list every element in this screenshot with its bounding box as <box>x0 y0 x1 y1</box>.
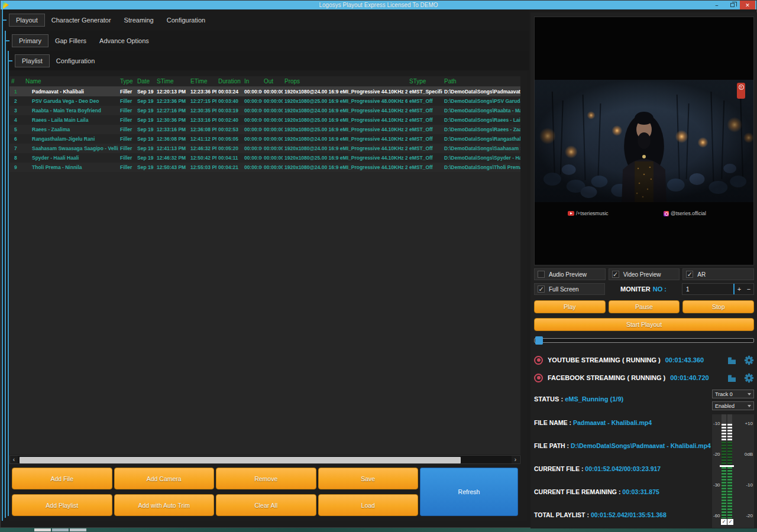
decrement-button[interactable]: − <box>744 286 753 293</box>
playlist-row[interactable]: 9 Tholi Prema - Ninnila Filler Sep 19 12… <box>9 163 520 172</box>
playlist-row[interactable]: 5 Raees - Zaalima Filler Sep 19 12:33:16… <box>9 125 520 134</box>
playlist-row[interactable]: 7 Saahasam Swaasaga Saagipo - Vellipomaa… <box>9 144 520 153</box>
track-select[interactable]: Track 0 <box>712 390 754 398</box>
column-header[interactable]: ETime <box>189 76 216 86</box>
minimize-button[interactable]: – <box>709 1 724 9</box>
checkbox-icon[interactable]: ✓ <box>612 271 619 278</box>
row-stype: eMST_Off <box>407 125 442 134</box>
playlist-rows: 1 Padmaavat - Khalibali Filler Sep 19 12… <box>9 87 520 172</box>
column-header[interactable]: Date <box>135 76 155 86</box>
audio-preview-checkbox[interactable]: ✓ Audio Preview <box>534 268 606 280</box>
play-button[interactable]: Play <box>534 300 606 313</box>
playlist-row[interactable]: 3 Raabta - Main Tera Boyfriend Filler Se… <box>9 106 520 115</box>
add-playlist-button[interactable]: Add Playlist <box>12 494 112 516</box>
facebook-stream-label: FACEBOOK STREAMING ( RUNNING ) <box>548 374 665 381</box>
column-header[interactable]: # <box>9 76 24 86</box>
monitor-number-stepper[interactable]: 1 + − <box>682 283 754 295</box>
add-with-auto-trim-button[interactable]: Add with Auto Trim <box>114 494 215 516</box>
facebook-stream-time: 00:01:40.720 <box>670 374 709 381</box>
row-date: Sep 19 <box>135 87 155 96</box>
channel-right-checkbox[interactable]: ✓ <box>727 519 733 525</box>
add-camera-button[interactable]: Add Camera <box>114 468 215 489</box>
row-number: 3 <box>9 106 24 115</box>
seek-slider[interactable] <box>534 336 754 345</box>
scrollbar-thumb[interactable] <box>20 457 461 463</box>
current-file-value: 00:01:52.042/00:03:23.917 <box>585 465 661 472</box>
column-header[interactable]: STime <box>155 76 189 86</box>
row-path: D:\DemoData\Songs\Raees - Laila Ma <box>442 115 520 125</box>
seek-handle[interactable] <box>535 336 543 345</box>
folder-icon[interactable] <box>727 374 736 382</box>
seek-track[interactable] <box>534 338 754 343</box>
increment-button[interactable]: + <box>735 286 744 293</box>
chevron-down-icon <box>748 393 751 395</box>
row-duration: 00:02:53 <box>216 125 242 134</box>
row-in: 00:00:00 <box>242 144 262 153</box>
playlist-row[interactable]: 2 PSV Garuda Vega - Deo Deo Filler Sep 1… <box>9 96 520 106</box>
column-header[interactable]: Name <box>24 76 118 86</box>
load-button[interactable]: Load <box>318 494 419 516</box>
vu-scale-label: -10 <box>713 421 720 426</box>
title-bar[interactable]: Logosys Playout Express Licensed To DEMO… <box>1 1 756 9</box>
background-window-fragment <box>52 528 69 531</box>
tab-advance-options[interactable]: Advance Options <box>93 35 156 47</box>
tab-connector <box>6 40 9 41</box>
tab-character-generator[interactable]: Character Generator <box>45 14 118 26</box>
row-duration: 00:03:40 <box>216 96 242 106</box>
playlist-row[interactable]: 8 Spyder - Haali Haali Filler Sep 19 12:… <box>9 153 520 163</box>
column-header[interactable]: Type <box>118 76 135 86</box>
row-type: Filler <box>118 115 135 125</box>
row-stime: 12:33:16 PM <box>155 125 189 134</box>
checkbox-icon[interactable]: ✓ <box>538 286 545 293</box>
clear-all-button[interactable]: Clear All <box>216 494 316 516</box>
remove-button[interactable]: Remove <box>216 468 316 489</box>
folder-icon[interactable] <box>727 356 736 364</box>
start-playout-button[interactable]: Start Playout <box>534 318 754 331</box>
playlist-row[interactable]: 4 Raees - Laila Main Laila Filler Sep 19… <box>9 115 520 125</box>
tab-configuration[interactable]: Configuration <box>160 14 212 26</box>
column-header[interactable]: Path <box>442 76 520 86</box>
enabled-select[interactable]: Enabled <box>712 401 754 410</box>
youtube-stream-label: YOUTUBE STREAMING ( RUNNING ) <box>548 356 661 364</box>
row-duration: 00:02:40 <box>216 115 242 125</box>
row-out: 00:00:00 <box>262 115 283 125</box>
checkbox-icon[interactable]: ✓ <box>686 271 693 278</box>
channel-left-checkbox[interactable]: ✓ <box>721 519 727 525</box>
scroll-right-arrow[interactable]: › <box>512 456 519 463</box>
ar-checkbox[interactable]: ✓ AR <box>682 268 754 280</box>
tab-primary[interactable]: Primary <box>12 34 48 47</box>
row-type: Filler <box>118 134 135 144</box>
gear-icon[interactable] <box>744 355 754 365</box>
playlist-row[interactable]: 1 Padmaavat - Khalibali Filler Sep 19 12… <box>9 87 520 96</box>
volume-slider-handle[interactable] <box>720 465 734 467</box>
monitor-number-value[interactable]: 1 <box>682 286 733 293</box>
gear-icon[interactable] <box>744 373 754 383</box>
tab-gap-fillers[interactable]: Gap Fillers <box>48 35 93 47</box>
full-screen-checkbox[interactable]: ✓ Full Screen <box>534 283 605 295</box>
column-header[interactable]: Out <box>262 76 283 86</box>
column-header[interactable]: In <box>242 76 262 86</box>
stop-button[interactable]: Stop <box>682 300 754 313</box>
scroll-left-arrow[interactable]: ‹ <box>10 456 18 463</box>
ar-label: AR <box>697 271 706 278</box>
video-preview-checkbox[interactable]: ✓ Video Preview <box>609 268 680 280</box>
horizontal-scrollbar[interactable]: ‹ › <box>9 455 520 464</box>
vu-scale-label: -20 <box>713 452 720 457</box>
add-file-button[interactable]: Add File <box>12 468 112 489</box>
column-header[interactable]: SType <box>407 76 442 86</box>
tab-streaming[interactable]: Streaming <box>118 14 160 26</box>
restore-button[interactable] <box>724 1 740 9</box>
column-header[interactable]: Duration <box>216 76 242 86</box>
save-button[interactable]: Save <box>318 468 419 489</box>
row-number: 5 <box>9 125 24 134</box>
app-window: Logosys Playout Express Licensed To DEMO… <box>0 0 757 528</box>
tab-playlist-configuration[interactable]: Configuration <box>50 55 101 67</box>
refresh-button[interactable]: Refresh <box>420 468 518 516</box>
close-button[interactable]: ✕ <box>740 1 755 9</box>
tab-playlist[interactable]: Playlist <box>15 54 50 67</box>
playlist-row[interactable]: 6 Rangasthalam-Jigelu Rani Filler Sep 19… <box>9 134 520 144</box>
tab-playout[interactable]: Playout <box>9 14 45 27</box>
pause-button[interactable]: Pause <box>609 300 680 313</box>
column-header[interactable]: Props <box>283 76 407 86</box>
checkbox-icon[interactable]: ✓ <box>538 271 545 278</box>
